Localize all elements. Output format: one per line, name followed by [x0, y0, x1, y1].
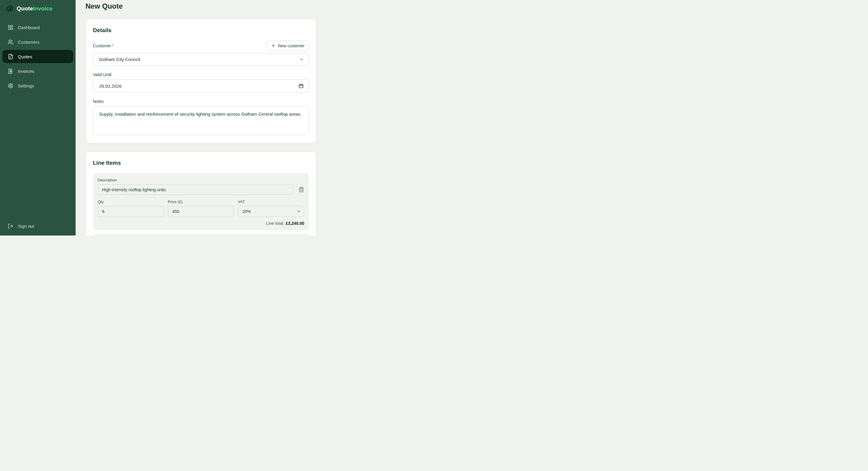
qty-cell: Qty — [98, 200, 164, 217]
app-window: QuoteInvoice Dashboard Customers — [0, 0, 434, 236]
brand-name-accent: Invoice — [33, 5, 52, 11]
delete-line-item-button[interactable] — [299, 187, 304, 192]
description-label: Description — [98, 178, 304, 182]
line-items-card: Line Items Description — [86, 152, 316, 236]
qty-label: Qty — [98, 200, 164, 204]
sidebar-item-quotes[interactable]: Quotes — [2, 50, 73, 63]
customer-select-wrap: Gotham City Council — [93, 53, 309, 66]
sidebar-item-label: Dashboard — [18, 25, 39, 30]
description-input[interactable] — [98, 184, 293, 195]
quoteinvoice-logo-icon — [6, 4, 14, 12]
plus-icon — [271, 43, 276, 48]
page-title: New Quote — [86, 2, 434, 11]
log-out-icon — [8, 223, 13, 229]
sidebar: QuoteInvoice Dashboard Customers — [0, 0, 75, 236]
notes-label: Notes — [93, 99, 309, 104]
price-label: Price (£) — [168, 200, 234, 204]
sign-out-label: Sign out — [18, 224, 34, 229]
qty-input[interactable] — [98, 206, 164, 217]
sidebar-item-label: Settings — [18, 83, 34, 88]
brand-name: QuoteInvoice — [17, 5, 52, 12]
notes-textarea[interactable]: Supply, installation and reinforcement o… — [93, 106, 309, 135]
valid-until-input[interactable] — [93, 79, 309, 93]
new-customer-button-label: New customer — [278, 43, 305, 48]
sidebar-item-label: Quotes — [18, 54, 32, 59]
brand-name-primary: Quote — [17, 5, 33, 11]
notes-wrap: Supply, installation and reinforcement o… — [93, 106, 309, 136]
customer-row: Customer* New customer — [93, 41, 309, 51]
vat-select[interactable]: 20% — [238, 206, 304, 217]
vat-cell: VAT 20% — [238, 200, 304, 217]
price-input[interactable] — [168, 206, 234, 217]
customer-select[interactable]: Gotham City Council — [93, 53, 309, 66]
required-asterisk: * — [112, 43, 114, 48]
users-icon — [8, 39, 13, 45]
line-item-row: Description Qty — [93, 173, 309, 230]
dashboard-icon — [8, 25, 13, 30]
description-row — [98, 184, 304, 195]
vat-label: VAT — [238, 200, 304, 204]
new-customer-button[interactable]: New customer — [267, 41, 309, 51]
sidebar-nav: Dashboard Customers Quotes — [0, 21, 75, 92]
customer-label: Customer* — [93, 43, 114, 48]
valid-until-label: Valid Until — [93, 72, 309, 77]
line-total-label: Line total: — [266, 221, 284, 226]
receipt-icon — [8, 68, 13, 74]
details-card: Details Customer* New customer Gotham Ci… — [86, 19, 316, 144]
details-heading: Details — [93, 27, 309, 34]
calendar-icon[interactable] — [299, 83, 304, 89]
sign-out-button[interactable]: Sign out — [2, 220, 73, 233]
gear-icon — [8, 83, 13, 89]
brand-logo: QuoteInvoice — [0, 0, 75, 12]
line-item-fields: Qty Price (£) VAT — [98, 200, 304, 217]
main-content: New Quote Details Customer* New customer… — [75, 0, 434, 236]
price-cell: Price (£) — [168, 200, 234, 217]
file-text-icon — [8, 54, 13, 60]
sidebar-item-invoices[interactable]: Invoices — [2, 65, 73, 78]
trash-icon — [299, 187, 304, 192]
sidebar-item-label: Customers — [18, 39, 39, 44]
sidebar-item-settings[interactable]: Settings — [2, 79, 73, 92]
line-item-row: Description — [93, 234, 309, 236]
sidebar-item-label: Invoices — [18, 69, 34, 74]
sidebar-item-customers[interactable]: Customers — [2, 35, 73, 48]
valid-until-wrap — [93, 79, 309, 93]
line-items-heading: Line Items — [93, 160, 309, 166]
line-total: Line total:£3,240.00 — [98, 221, 304, 226]
line-total-value: £3,240.00 — [286, 221, 304, 226]
sidebar-item-dashboard[interactable]: Dashboard — [2, 21, 73, 34]
